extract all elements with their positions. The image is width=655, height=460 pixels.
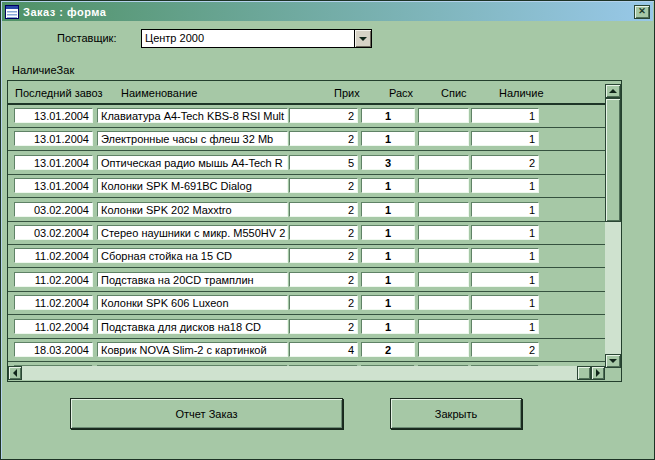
form-icon — [5, 5, 19, 19]
column-header-incoming: Прих — [334, 87, 360, 99]
date-cell[interactable]: 11.02.2004 — [14, 319, 93, 334]
table-row: 11.02.2004Сборная стойка на 15 CD211 — [8, 245, 605, 268]
date-cell[interactable]: 13.01.2004 — [14, 155, 93, 170]
nal-cell[interactable]: 1 — [471, 131, 539, 146]
close-button[interactable]: ✕ — [634, 5, 650, 19]
spis-cell[interactable] — [418, 178, 469, 193]
name-cell[interactable]: Коврик NOVA Slim-2 с картинкой — [97, 342, 288, 357]
table-row: 03.02.2004Колонки SPK 202 Maxxtro211 — [8, 199, 605, 222]
prih-cell[interactable]: 2 — [289, 248, 358, 263]
arrow-right-icon — [596, 369, 600, 377]
rash-cell[interactable]: 1 — [361, 295, 415, 310]
prih-cell[interactable]: 2 — [289, 131, 358, 146]
name-cell[interactable]: Подставка на 20CD трамплин — [97, 272, 288, 287]
rash-cell[interactable]: 1 — [361, 248, 415, 263]
nal-cell[interactable]: 1 — [471, 108, 539, 123]
name-cell[interactable]: Колонки SPK M-691BC Dialog — [97, 178, 288, 193]
prih-cell[interactable]: 5 — [289, 155, 358, 170]
name-cell[interactable]: Подставка для дисков на18 CD — [97, 319, 288, 334]
rash-cell[interactable]: 1 — [361, 272, 415, 287]
rash-cell[interactable]: 1 — [361, 202, 415, 217]
spis-cell[interactable] — [418, 225, 469, 240]
nal-cell[interactable]: 1 — [471, 178, 539, 193]
name-cell[interactable]: Сборная стойка на 15 CD — [97, 248, 288, 263]
name-cell[interactable]: Колонки SPK 606 Luxeon — [97, 295, 288, 310]
name-cell[interactable]: Электронные часы с флеш 32 Mb — [97, 131, 288, 146]
rash-cell[interactable]: 1 — [361, 225, 415, 240]
name-cell[interactable]: Стерео наушники с микр. M550HV 2 — [97, 225, 288, 240]
arrow-left-icon — [13, 369, 17, 377]
nal-cell[interactable]: 2 — [471, 342, 539, 357]
record-rows: 13.01.2004Клавиатура A4-Tech KBS-8 RSI M… — [8, 105, 605, 368]
spis-cell[interactable] — [418, 108, 469, 123]
arrow-up-icon — [609, 89, 617, 93]
prih-cell[interactable]: 4 — [289, 342, 358, 357]
prih-cell[interactable]: 2 — [289, 225, 358, 240]
scroll-down-button[interactable] — [605, 354, 621, 368]
prih-cell[interactable]: 2 — [289, 178, 358, 193]
spis-cell[interactable] — [418, 342, 469, 357]
table-row: 11.02.2004Подставка для дисков на18 CD21… — [8, 316, 605, 339]
nal-cell[interactable]: 1 — [471, 319, 539, 334]
spis-cell[interactable] — [418, 155, 469, 170]
horizontal-scrollbar[interactable] — [8, 366, 605, 380]
date-cell[interactable]: 13.01.2004 — [14, 178, 93, 193]
scroll-right-button[interactable] — [591, 366, 605, 380]
name-cell[interactable]: Колонки SPK 202 Maxxtro — [97, 202, 288, 217]
column-header-writeoff: Спис — [441, 87, 467, 99]
column-header-name: Наименование — [121, 87, 197, 99]
scroll-up-button[interactable] — [605, 84, 621, 98]
date-cell[interactable]: 13.01.2004 — [14, 131, 93, 146]
supplier-combobox[interactable]: Центр 2000 — [141, 29, 372, 48]
nal-cell[interactable]: 1 — [471, 248, 539, 263]
table-row: 13.01.2004Колонки SPK M-691BC Dialog211 — [8, 175, 605, 198]
vertical-scroll-thumb[interactable] — [605, 98, 621, 222]
rash-cell[interactable]: 1 — [361, 178, 415, 193]
rash-cell[interactable]: 2 — [361, 342, 415, 357]
spis-cell[interactable] — [418, 202, 469, 217]
table-row: 18.03.2004Коврик NOVA Slim-2 с картинкой… — [8, 339, 605, 362]
window: Заказ : форма ✕ Поставщик: Центр 2000 На… — [0, 0, 655, 460]
name-cell[interactable]: Клавиатура A4-Tech KBS-8 RSI Mult — [97, 108, 288, 123]
prih-cell[interactable]: 2 — [289, 319, 358, 334]
prih-cell[interactable]: 2 — [289, 202, 358, 217]
report-order-button[interactable]: Отчет Заказ — [70, 398, 343, 429]
rash-cell[interactable]: 3 — [361, 155, 415, 170]
dropdown-button[interactable] — [354, 30, 371, 47]
horizontal-scroll-thumb[interactable] — [577, 366, 591, 380]
date-cell[interactable]: 11.02.2004 — [14, 248, 93, 263]
nal-cell[interactable]: 1 — [471, 295, 539, 310]
prih-cell[interactable]: 2 — [289, 272, 358, 287]
nal-cell[interactable]: 1 — [471, 202, 539, 217]
rash-cell[interactable]: 1 — [361, 131, 415, 146]
prih-cell[interactable]: 2 — [289, 295, 358, 310]
date-cell[interactable]: 11.02.2004 — [14, 272, 93, 287]
nal-cell[interactable]: 1 — [471, 225, 539, 240]
scroll-left-button[interactable] — [8, 366, 22, 380]
date-cell[interactable]: 18.03.2004 — [14, 342, 93, 357]
table-row: 11.02.2004Колонки SPK 606 Luxeon211 — [8, 292, 605, 315]
close-icon: ✕ — [638, 7, 646, 16]
date-cell[interactable]: 03.02.2004 — [14, 225, 93, 240]
date-cell[interactable]: 11.02.2004 — [14, 295, 93, 310]
table-row: 03.02.2004Стерео наушники с микр. M550HV… — [8, 222, 605, 245]
close-form-button[interactable]: Закрыть — [390, 398, 522, 429]
arrow-down-icon — [609, 359, 617, 363]
rash-cell[interactable]: 1 — [361, 108, 415, 123]
spis-cell[interactable] — [418, 295, 469, 310]
nal-cell[interactable]: 2 — [471, 155, 539, 170]
spis-cell[interactable] — [418, 319, 469, 334]
vertical-scrollbar[interactable] — [605, 84, 621, 368]
date-cell[interactable]: 13.01.2004 — [14, 108, 93, 123]
nal-cell[interactable]: 1 — [471, 272, 539, 287]
spis-cell[interactable] — [418, 131, 469, 146]
title-bar: Заказ : форма ✕ — [2, 2, 653, 21]
subform: Последний завоз Наименование Прих Расх С… — [7, 80, 622, 382]
table-row: 13.01.2004Клавиатура A4-Tech KBS-8 RSI M… — [8, 105, 605, 128]
name-cell[interactable]: Оптическая радио мышь A4-Tech R — [97, 155, 288, 170]
rash-cell[interactable]: 1 — [361, 319, 415, 334]
spis-cell[interactable] — [418, 248, 469, 263]
spis-cell[interactable] — [418, 272, 469, 287]
prih-cell[interactable]: 2 — [289, 108, 358, 123]
date-cell[interactable]: 03.02.2004 — [14, 202, 93, 217]
